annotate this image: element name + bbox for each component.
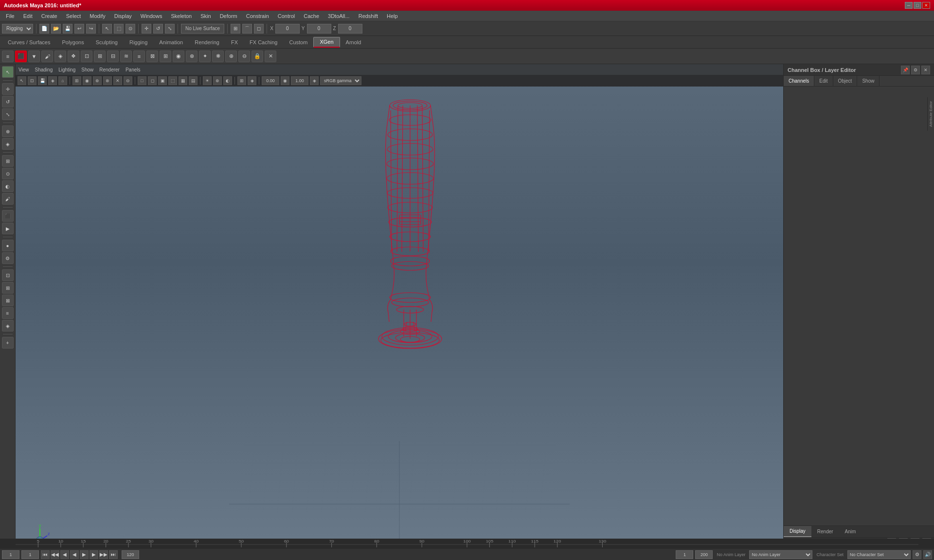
snap-curve-btn[interactable]: ⌒ [242,24,252,34]
xgen-icon12[interactable]: ❋ [212,51,224,62]
tab-xgen[interactable]: XGen [313,37,340,48]
misc4[interactable]: ≡ [2,307,14,319]
ik-tool[interactable]: ⚙ [2,252,14,264]
show-manipulator[interactable]: ⊕ [2,125,14,137]
soft-mod[interactable]: ⊙ [2,168,14,179]
tab-arnold[interactable]: Arnold [340,37,367,48]
vp-disp1[interactable]: □ [138,76,146,85]
move-btn[interactable]: ✛ [142,24,151,34]
xgen-icon11[interactable]: ✦ [199,51,211,62]
tab-polygons[interactable]: Polygons [56,37,90,48]
tab-curves-surfaces[interactable]: Curves / Surfaces [2,37,56,48]
ch-tab-show[interactable]: Show [857,76,880,86]
timeline-ruler[interactable]: 5 10 15 20 25 30 40 50 [0,539,934,548]
vp-light3[interactable]: ◐ [223,76,232,85]
vp-menu-view[interactable]: View [18,67,29,72]
move-tool-side[interactable]: ✛ [2,83,14,95]
tab-animation[interactable]: Animation [153,37,189,48]
tab-fx[interactable]: FX [225,37,244,48]
undo-btn[interactable]: ↩ [74,24,84,34]
tl-end-field[interactable]: 120 [122,550,139,559]
xgen-icon1[interactable]: ❖ [68,51,79,62]
vp-gamma-select[interactable]: sRGB gamma [320,76,361,85]
tab-rendering[interactable]: Rendering [189,37,225,48]
xgen-icon5[interactable]: ≋ [120,51,132,62]
snap-grid-btn[interactable]: ⊞ [231,24,240,34]
misc2[interactable]: ⊞ [2,282,14,294]
vp-tool2[interactable]: ⊡ [28,76,36,85]
rotate-btn[interactable]: ↺ [153,24,163,34]
vp-tool1[interactable]: ↖ [18,76,26,85]
open-btn[interactable]: 📂 [51,24,61,34]
close-button[interactable]: ✕ [922,2,930,9]
xgen-icon13[interactable]: ⊕ [225,51,237,62]
xgen-icon7[interactable]: ⊠ [146,51,158,62]
vp-val-icon[interactable]: ◉ [281,76,289,85]
joint-tool[interactable]: ● [2,240,14,251]
attr-tab-label[interactable]: Attribute Editor [929,99,933,129]
xgen-icon10[interactable]: ⊗ [186,51,198,62]
vp-snap3[interactable]: ⊕ [93,76,102,85]
x-input[interactable] [275,24,300,34]
vp-snap1[interactable]: ⊞ [72,76,81,85]
vp-snap4[interactable]: ⊗ [103,76,112,85]
new-scene-btn[interactable]: 📄 [39,24,49,34]
xgen-icon4[interactable]: ⊟ [107,51,119,62]
ch-tab-channels[interactable]: Channels [784,76,814,86]
ch-box-close[interactable]: ✕ [921,66,930,74]
menu-display[interactable]: Display [110,12,136,20]
save-btn[interactable]: 💾 [63,24,72,34]
tl-settings-btn[interactable]: ⚙ [913,550,921,559]
component-btn[interactable]: ▼ [28,51,40,62]
disp-tab-render[interactable]: Render [811,526,839,537]
vp-snap2[interactable]: ◉ [83,76,91,85]
rotate-tool-side[interactable]: ↺ [2,96,14,107]
xgen-icon8[interactable]: ⊞ [160,51,171,62]
maximize-button[interactable]: □ [914,2,921,9]
xgen-icon15[interactable]: 🔒 [251,51,263,62]
misc6[interactable]: + [2,337,14,349]
disp-tab-display[interactable]: Display [784,526,811,537]
menu-edit[interactable]: Edit [19,12,36,20]
tl-play-fwd[interactable]: ▶ [80,550,89,559]
tl-goto-start[interactable]: ⏮ [41,550,50,559]
misc1[interactable]: ⊡ [2,269,14,281]
tab-custom[interactable]: Custom [284,37,314,48]
last-tool[interactable]: ◈ [2,138,14,150]
xgen-icon6[interactable]: ≡ [133,51,145,62]
anim-layer-select[interactable]: No Anim Layer [749,550,812,559]
tl-play-back[interactable]: ◀ [70,550,79,559]
tl-step-fwd[interactable]: ▶▶ [99,550,108,559]
menu-constrain[interactable]: Constrain [242,12,273,20]
tl-audio-btn[interactable]: 🔊 [923,550,932,559]
ch-tab-edit[interactable]: Edit [814,76,833,86]
vp-tool3[interactable]: 💾 [38,76,47,85]
vp-menu-shading[interactable]: Shading [35,67,53,72]
vp-snap5[interactable]: ✕ [113,76,122,85]
menu-help[interactable]: Help [383,12,402,20]
vp-cam1[interactable]: ⊞ [237,76,246,85]
xgen-icon16[interactable]: ✕ [265,51,276,62]
menu-file[interactable]: File [2,12,18,20]
menu-skin[interactable]: Skin [197,12,215,20]
z-input[interactable] [338,24,362,34]
xgen-icon3[interactable]: ⊞ [94,51,106,62]
tl-step-back[interactable]: ◀◀ [51,550,59,559]
menu-deform[interactable]: Deform [216,12,241,20]
tab-sculpting[interactable]: Sculpting [90,37,124,48]
menu-create[interactable]: Create [37,12,61,20]
vp-light2[interactable]: ⊕ [213,76,222,85]
snap-surface-btn[interactable]: ◻ [254,24,264,34]
vp-val1[interactable]: 0.00 [262,76,279,85]
vp-tool5[interactable]: ⌂ [58,76,67,85]
ch-box-settings[interactable]: ⚙ [911,66,920,74]
scale-btn[interactable]: ⤡ [165,24,175,34]
vp-disp3[interactable]: ▣ [158,76,167,85]
no-live-surface-btn[interactable]: No Live Surface [181,24,224,34]
vp-disp6[interactable]: ▤ [189,76,198,85]
vp-cam2[interactable]: ◈ [248,76,256,85]
vp-disp2[interactable]: ◻ [148,76,157,85]
tab-rigging[interactable]: Rigging [124,37,153,48]
view-seq-btn[interactable]: ▶ [2,223,14,234]
menu-redshift[interactable]: Redshift [355,12,382,20]
